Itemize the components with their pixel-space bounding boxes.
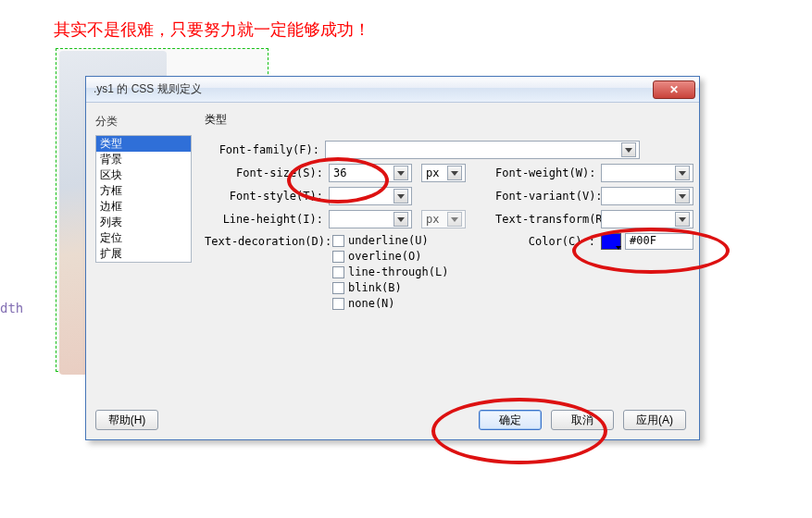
font-variant-combo[interactable] — [601, 187, 693, 205]
checkbox-icon[interactable] — [332, 282, 344, 294]
line-height-combo[interactable] — [329, 210, 412, 228]
main-panel-title: 类型 — [205, 112, 703, 128]
sidebar-item-background[interactable]: 背景 — [96, 152, 191, 167]
color-input[interactable]: #00F — [625, 233, 693, 250]
font-style-combo[interactable] — [329, 187, 412, 205]
deco-linethrough-label: line-through(L) — [348, 265, 448, 278]
chevron-down-icon[interactable] — [675, 189, 690, 204]
text-transform-label: Text-transform(R): — [495, 213, 597, 226]
close-button[interactable]: ✕ — [653, 80, 695, 99]
sidebar-wrapper: 分类 类型 背景 区块 方框 边框 列表 定位 扩展 — [95, 112, 192, 391]
chevron-down-icon[interactable] — [675, 212, 690, 227]
checkbox-icon[interactable] — [332, 298, 344, 310]
color-swatch[interactable] — [601, 233, 621, 250]
chevron-down-icon[interactable] — [394, 212, 408, 227]
ok-button[interactable]: 确定 — [479, 410, 542, 430]
chevron-down-icon[interactable] — [675, 166, 690, 180]
font-style-label: Font-style(T): — [205, 190, 325, 203]
font-family-label: Font-family(F): — [205, 143, 321, 156]
help-button[interactable]: 帮助(H) — [95, 410, 158, 430]
chevron-down-icon[interactable] — [394, 189, 408, 204]
font-weight-combo[interactable] — [601, 164, 693, 182]
sidebar-item-type[interactable]: 类型 — [96, 136, 191, 152]
line-height-unit-combo[interactable]: px — [421, 210, 466, 228]
css-rule-dialog: .ys1 的 CSS 规则定义 ✕ 分类 类型 背景 区块 方框 边框 列表 定… — [85, 76, 700, 440]
checkbox-icon[interactable] — [332, 251, 344, 263]
text-transform-combo[interactable] — [601, 210, 693, 228]
chevron-down-icon[interactable] — [621, 142, 636, 157]
line-height-label: Line-height(I): — [205, 213, 325, 226]
font-variant-label: Font-variant(V): — [495, 190, 597, 203]
chevron-down-icon[interactable] — [447, 212, 462, 227]
line-height-unit: px — [426, 213, 439, 226]
sidebar-item-box[interactable]: 方框 — [96, 183, 191, 199]
sidebar-item-position[interactable]: 定位 — [96, 230, 191, 246]
font-size-unit-combo[interactable]: px — [421, 164, 466, 182]
deco-underline-row[interactable]: underline(U) — [329, 234, 492, 247]
text-decoration-label: Text-decoration(D): — [205, 233, 325, 248]
font-size-value: 36 — [333, 166, 346, 179]
chevron-down-icon[interactable] — [394, 166, 408, 180]
chevron-down-icon[interactable] — [447, 166, 462, 180]
cancel-button[interactable]: 取消 — [551, 410, 614, 430]
background-heading: 其实不是很难，只要努力就一定能够成功！ — [54, 18, 370, 41]
sidebar-item-list[interactable]: 列表 — [96, 215, 191, 230]
font-family-combo[interactable] — [325, 141, 640, 159]
dialog-title: .ys1 的 CSS 规则定义 — [94, 81, 653, 97]
deco-overline-label: overline(O) — [348, 250, 421, 263]
apply-button[interactable]: 应用(A) — [623, 410, 686, 430]
sidebar-item-block[interactable]: 区块 — [96, 167, 191, 183]
font-weight-label: Font-weight(W): — [495, 166, 597, 179]
sidebar-item-extensions[interactable]: 扩展 — [96, 246, 191, 262]
main-panel: 类型 Font-family(F): Font-size(S): 36 px F… — [205, 112, 703, 391]
sidebar-title: 分类 — [95, 112, 192, 133]
deco-blink-row[interactable]: blink(B) — [329, 281, 492, 294]
deco-overline-row[interactable]: overline(O) — [329, 250, 492, 263]
sidebar-item-border[interactable]: 边框 — [96, 199, 191, 215]
color-label: Color(C) : — [495, 233, 597, 248]
deco-none-row[interactable]: none(N) — [329, 297, 492, 310]
dialog-button-row: 帮助(H) 确定 取消 应用(A) — [95, 410, 686, 430]
font-size-unit: px — [426, 166, 439, 179]
checkbox-icon[interactable] — [332, 266, 344, 278]
checkbox-icon[interactable] — [332, 235, 344, 247]
deco-none-label: none(N) — [348, 297, 395, 310]
deco-blink-label: blink(B) — [348, 281, 402, 294]
deco-underline-label: underline(U) — [348, 234, 429, 247]
font-size-combo[interactable]: 36 — [329, 164, 412, 182]
deco-linethrough-row[interactable]: line-through(L) — [329, 265, 492, 278]
font-size-label: Font-size(S): — [205, 166, 325, 179]
category-sidebar[interactable]: 类型 背景 区块 方框 边框 列表 定位 扩展 — [95, 135, 192, 263]
background-code-fragment: dth — [0, 301, 23, 315]
dialog-titlebar[interactable]: .ys1 的 CSS 规则定义 ✕ — [86, 77, 699, 103]
